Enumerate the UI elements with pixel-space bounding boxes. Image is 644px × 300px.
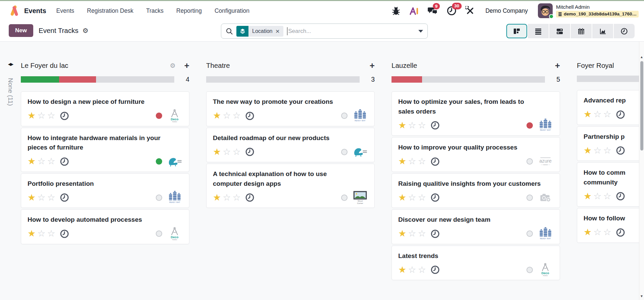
column-progressbar[interactable] [577, 76, 644, 82]
menu-reporting[interactable]: Reporting [176, 7, 202, 14]
priority-stars[interactable]: ★☆☆ [398, 121, 426, 130]
star-filled-icon[interactable]: ★ [28, 229, 36, 238]
star-empty-icon[interactable]: ☆ [232, 111, 240, 120]
priority-stars[interactable]: ★☆☆ [584, 110, 611, 119]
activity-clock-icon[interactable] [245, 111, 255, 121]
activity-clock-icon[interactable] [245, 147, 255, 157]
track-card[interactable]: How to follow ★☆☆ [577, 208, 644, 243]
view-activity-button[interactable] [614, 24, 635, 38]
track-card[interactable]: How to comm community ★☆☆ [577, 162, 644, 207]
track-card[interactable]: Latest trends ★☆☆ [392, 246, 560, 281]
star-filled-icon[interactable]: ★ [398, 121, 406, 130]
kanban-state-dot-red[interactable] [526, 122, 533, 129]
star-empty-icon[interactable]: ☆ [408, 265, 416, 274]
star-empty-icon[interactable]: ☆ [232, 193, 240, 202]
view-settings-gear-icon[interactable]: ⚙ [82, 27, 88, 35]
priority-stars[interactable]: ★☆☆ [28, 193, 55, 202]
star-empty-icon[interactable]: ☆ [47, 111, 55, 120]
search-input[interactable]: Search... [288, 28, 311, 35]
star-empty-icon[interactable]: ☆ [47, 229, 55, 238]
star-empty-icon[interactable]: ☆ [418, 265, 426, 274]
track-card[interactable]: Portfolio presentation ★☆☆ [21, 173, 189, 208]
star-empty-icon[interactable]: ☆ [223, 147, 231, 157]
star-empty-icon[interactable]: ☆ [223, 193, 231, 202]
kanban-state-dot-empty[interactable] [156, 230, 162, 237]
star-empty-icon[interactable]: ☆ [223, 111, 231, 120]
star-empty-icon[interactable]: ☆ [37, 157, 45, 166]
star-empty-icon[interactable]: ☆ [593, 228, 601, 237]
star-empty-icon[interactable]: ☆ [418, 229, 426, 238]
star-filled-icon[interactable]: ★ [584, 228, 592, 237]
ai-assistant-icon[interactable] [409, 6, 419, 15]
priority-stars[interactable]: ★☆☆ [398, 229, 426, 238]
track-card[interactable]: How to optimize your sales, from leads t… [392, 91, 560, 136]
priority-stars[interactable]: ★☆☆ [584, 146, 611, 155]
menu-configuration[interactable]: Configuration [215, 7, 249, 14]
priority-stars[interactable]: ★☆☆ [398, 265, 426, 274]
track-card[interactable]: Partnership p ★☆☆ [577, 126, 644, 161]
column-add-icon[interactable]: + [370, 61, 375, 70]
column-add-icon[interactable]: + [184, 61, 189, 70]
view-calendar-button[interactable] [571, 24, 592, 38]
star-empty-icon[interactable]: ☆ [47, 157, 55, 166]
priority-stars[interactable]: ★☆☆ [28, 157, 55, 166]
app-name[interactable]: Events [24, 7, 46, 15]
star-empty-icon[interactable]: ☆ [593, 146, 601, 155]
column-settings-gear-icon[interactable]: ⚙ [170, 62, 176, 70]
track-card[interactable]: How to design a new piece of furniture ★… [21, 91, 189, 126]
view-list-button[interactable] [528, 24, 549, 38]
star-empty-icon[interactable]: ☆ [232, 147, 240, 157]
view-gantt-button[interactable] [549, 24, 570, 38]
star-empty-icon[interactable]: ☆ [593, 110, 601, 119]
star-empty-icon[interactable]: ☆ [408, 193, 416, 202]
scroll-up-icon[interactable]: ▲ [639, 55, 644, 59]
track-card[interactable]: How to develop automated processes ★☆☆ [21, 209, 189, 244]
star-filled-icon[interactable]: ★ [584, 146, 592, 155]
star-empty-icon[interactable]: ☆ [603, 146, 611, 155]
column-add-icon[interactable]: + [555, 61, 560, 70]
menu-events[interactable]: Events [56, 7, 75, 14]
column-progressbar[interactable] [392, 76, 545, 83]
search-dropdown-toggle[interactable] [414, 24, 427, 38]
star-empty-icon[interactable]: ☆ [418, 157, 426, 166]
view-kanban-button[interactable] [506, 24, 527, 38]
company-switcher[interactable]: Demo Company [486, 7, 528, 14]
column-progressbar[interactable] [21, 76, 174, 83]
scroll-down-icon[interactable]: ▼ [639, 294, 644, 298]
activity-clock-icon[interactable] [245, 193, 255, 202]
track-card[interactable]: The new way to promote your creations ★☆… [206, 91, 375, 126]
star-filled-icon[interactable]: ★ [584, 110, 592, 119]
facet-remove-icon[interactable]: × [276, 28, 280, 35]
star-filled-icon[interactable]: ★ [398, 229, 406, 238]
priority-stars[interactable]: ★☆☆ [398, 157, 426, 166]
star-empty-icon[interactable]: ☆ [37, 111, 45, 120]
star-empty-icon[interactable]: ☆ [418, 121, 426, 130]
star-empty-icon[interactable]: ☆ [37, 229, 45, 238]
new-button[interactable]: New [9, 24, 33, 37]
activity-clock-icon[interactable] [430, 265, 440, 274]
progress-red-segment[interactable] [392, 76, 422, 83]
priority-stars[interactable]: ★☆☆ [28, 229, 55, 238]
unfold-column-icon[interactable]: ◀▶ [8, 62, 13, 67]
kanban-state-dot-empty[interactable] [341, 195, 348, 201]
kanban-state-dot-empty[interactable] [156, 195, 162, 201]
activity-clock-icon[interactable] [430, 121, 440, 130]
activity-clock-icon[interactable] [616, 146, 625, 155]
kanban-state-dot-empty[interactable] [341, 113, 348, 119]
view-graph-button[interactable] [592, 24, 613, 38]
star-empty-icon[interactable]: ☆ [603, 110, 611, 119]
star-filled-icon[interactable]: ★ [213, 193, 221, 202]
star-filled-icon[interactable]: ★ [28, 193, 36, 202]
star-filled-icon[interactable]: ★ [584, 192, 592, 201]
star-empty-icon[interactable]: ☆ [47, 193, 55, 202]
track-card[interactable]: Advanced rep ★☆☆ [577, 90, 644, 125]
kanban-state-dot-empty[interactable] [526, 195, 533, 201]
track-card[interactable]: How to integrate hardware materials in y… [21, 128, 189, 172]
debug-bug-icon[interactable] [392, 6, 401, 15]
track-card[interactable]: Discover our new design team ★☆☆ [392, 209, 560, 244]
track-card[interactable]: How to improve your quality processes ★☆… [392, 137, 560, 172]
activities-clock-icon[interactable]: 30 [447, 6, 457, 16]
kanban-state-dot-empty[interactable] [526, 158, 533, 165]
priority-stars[interactable]: ★☆☆ [213, 193, 241, 202]
star-empty-icon[interactable]: ☆ [603, 228, 611, 237]
